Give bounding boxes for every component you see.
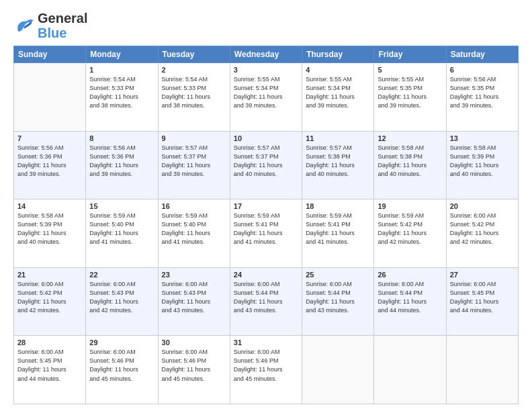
calendar-cell: 17Sunrise: 5:59 AM Sunset: 5:41 PM Dayli… <box>230 199 302 268</box>
day-of-week-wednesday: Wednesday <box>230 46 302 63</box>
day-number: 5 <box>378 66 442 74</box>
day-number: 14 <box>17 202 82 210</box>
day-info: Sunrise: 5:55 AM Sunset: 5:34 PM Dayligh… <box>234 75 298 110</box>
calendar-cell: 10Sunrise: 5:57 AM Sunset: 5:37 PM Dayli… <box>230 131 302 199</box>
day-of-week-saturday: Saturday <box>446 46 518 63</box>
day-number: 19 <box>378 202 442 210</box>
day-number: 10 <box>234 134 298 142</box>
day-info: Sunrise: 6:00 AM Sunset: 5:45 PM Dayligh… <box>17 348 82 383</box>
calendar-table: SundayMondayTuesdayWednesdayThursdayFrid… <box>13 46 519 404</box>
day-number: 24 <box>234 271 298 279</box>
day-info: Sunrise: 6:00 AM Sunset: 5:46 PM Dayligh… <box>89 348 154 383</box>
day-number: 7 <box>17 134 82 142</box>
day-number: 26 <box>378 271 442 279</box>
day-info: Sunrise: 5:56 AM Sunset: 5:36 PM Dayligh… <box>17 144 82 179</box>
day-info: Sunrise: 5:58 AM Sunset: 5:39 PM Dayligh… <box>17 212 82 246</box>
day-number: 9 <box>162 134 226 142</box>
calendar-cell: 25Sunrise: 6:00 AM Sunset: 5:44 PM Dayli… <box>302 267 374 336</box>
calendar-cell: 14Sunrise: 5:58 AM Sunset: 5:39 PM Dayli… <box>14 199 86 268</box>
calendar-cell: 9Sunrise: 5:57 AM Sunset: 5:37 PM Daylig… <box>158 131 230 199</box>
day-of-week-tuesday: Tuesday <box>158 46 230 63</box>
calendar-cell: 8Sunrise: 5:56 AM Sunset: 5:36 PM Daylig… <box>86 131 158 199</box>
page: General Blue SundayMondayTuesdayWednesda… <box>0 0 532 411</box>
day-number: 4 <box>306 66 370 74</box>
day-number: 13 <box>450 134 515 142</box>
day-number: 23 <box>162 271 226 279</box>
calendar-cell <box>446 336 518 404</box>
day-number: 29 <box>89 338 154 347</box>
day-number: 12 <box>378 134 442 142</box>
day-of-week-thursday: Thursday <box>302 46 374 63</box>
day-info: Sunrise: 5:54 AM Sunset: 5:33 PM Dayligh… <box>162 75 226 110</box>
calendar-cell: 28Sunrise: 6:00 AM Sunset: 5:45 PM Dayli… <box>14 336 86 404</box>
calendar-cell: 26Sunrise: 6:00 AM Sunset: 5:44 PM Dayli… <box>374 267 446 336</box>
day-info: Sunrise: 5:59 AM Sunset: 5:41 PM Dayligh… <box>306 212 370 246</box>
calendar-cell <box>14 63 86 132</box>
calendar-week-3: 14Sunrise: 5:58 AM Sunset: 5:39 PM Dayli… <box>14 199 519 268</box>
day-info: Sunrise: 6:00 AM Sunset: 5:46 PM Dayligh… <box>234 348 298 383</box>
day-info: Sunrise: 5:59 AM Sunset: 5:40 PM Dayligh… <box>89 212 154 246</box>
day-info: Sunrise: 5:58 AM Sunset: 5:38 PM Dayligh… <box>378 144 442 179</box>
calendar-week-4: 21Sunrise: 6:00 AM Sunset: 5:42 PM Dayli… <box>14 267 519 336</box>
day-info: Sunrise: 5:59 AM Sunset: 5:40 PM Dayligh… <box>162 212 226 246</box>
day-number: 1 <box>89 66 154 74</box>
header: General Blue <box>13 11 519 40</box>
day-info: Sunrise: 6:00 AM Sunset: 5:43 PM Dayligh… <box>89 280 154 315</box>
day-info: Sunrise: 6:00 AM Sunset: 5:46 PM Dayligh… <box>162 348 226 383</box>
logo-icon <box>13 16 35 35</box>
day-info: Sunrise: 5:59 AM Sunset: 5:41 PM Dayligh… <box>234 212 298 246</box>
day-number: 20 <box>450 202 515 210</box>
calendar-cell: 23Sunrise: 6:00 AM Sunset: 5:43 PM Dayli… <box>158 267 230 336</box>
day-info: Sunrise: 5:57 AM Sunset: 5:38 PM Dayligh… <box>306 144 370 179</box>
day-info: Sunrise: 6:00 AM Sunset: 5:45 PM Dayligh… <box>450 280 515 315</box>
day-info: Sunrise: 6:00 AM Sunset: 5:44 PM Dayligh… <box>306 280 370 315</box>
calendar-cell: 27Sunrise: 6:00 AM Sunset: 5:45 PM Dayli… <box>446 267 518 336</box>
calendar-cell: 2Sunrise: 5:54 AM Sunset: 5:33 PM Daylig… <box>158 63 230 132</box>
calendar-cell: 18Sunrise: 5:59 AM Sunset: 5:41 PM Dayli… <box>302 199 374 268</box>
day-info: Sunrise: 6:00 AM Sunset: 5:42 PM Dayligh… <box>17 280 82 315</box>
calendar-week-1: 1Sunrise: 5:54 AM Sunset: 5:33 PM Daylig… <box>14 63 519 132</box>
day-number: 6 <box>450 66 515 74</box>
day-info: Sunrise: 6:00 AM Sunset: 5:44 PM Dayligh… <box>234 280 298 315</box>
calendar-cell: 13Sunrise: 5:58 AM Sunset: 5:39 PM Dayli… <box>446 131 518 199</box>
calendar-cell: 24Sunrise: 6:00 AM Sunset: 5:44 PM Dayli… <box>230 267 302 336</box>
calendar-cell <box>374 336 446 404</box>
calendar-cell: 12Sunrise: 5:58 AM Sunset: 5:38 PM Dayli… <box>374 131 446 199</box>
calendar-cell: 29Sunrise: 6:00 AM Sunset: 5:46 PM Dayli… <box>86 336 158 404</box>
day-number: 16 <box>162 202 226 210</box>
calendar-cell: 22Sunrise: 6:00 AM Sunset: 5:43 PM Dayli… <box>86 267 158 336</box>
calendar-week-2: 7Sunrise: 5:56 AM Sunset: 5:36 PM Daylig… <box>14 131 519 199</box>
day-number: 27 <box>450 271 515 279</box>
day-info: Sunrise: 5:55 AM Sunset: 5:35 PM Dayligh… <box>378 75 442 110</box>
day-number: 18 <box>306 202 370 210</box>
calendar-header-row: SundayMondayTuesdayWednesdayThursdayFrid… <box>14 46 519 63</box>
calendar-week-5: 28Sunrise: 6:00 AM Sunset: 5:45 PM Dayli… <box>14 336 519 404</box>
day-info: Sunrise: 5:54 AM Sunset: 5:33 PM Dayligh… <box>89 75 154 110</box>
calendar-cell: 20Sunrise: 6:00 AM Sunset: 5:42 PM Dayli… <box>446 199 518 268</box>
day-info: Sunrise: 5:55 AM Sunset: 5:34 PM Dayligh… <box>306 75 370 110</box>
calendar-cell: 21Sunrise: 6:00 AM Sunset: 5:42 PM Dayli… <box>14 267 86 336</box>
calendar-cell: 3Sunrise: 5:55 AM Sunset: 5:34 PM Daylig… <box>230 63 302 132</box>
calendar-cell: 15Sunrise: 5:59 AM Sunset: 5:40 PM Dayli… <box>86 199 158 268</box>
day-number: 21 <box>17 271 82 279</box>
calendar-cell <box>302 336 374 404</box>
calendar-cell: 11Sunrise: 5:57 AM Sunset: 5:38 PM Dayli… <box>302 131 374 199</box>
day-number: 8 <box>89 134 154 142</box>
day-number: 22 <box>89 271 154 279</box>
day-info: Sunrise: 5:56 AM Sunset: 5:35 PM Dayligh… <box>450 75 515 110</box>
calendar-cell: 1Sunrise: 5:54 AM Sunset: 5:33 PM Daylig… <box>86 63 158 132</box>
day-of-week-friday: Friday <box>374 46 446 63</box>
day-info: Sunrise: 5:59 AM Sunset: 5:42 PM Dayligh… <box>378 212 442 246</box>
calendar-cell: 5Sunrise: 5:55 AM Sunset: 5:35 PM Daylig… <box>374 63 446 132</box>
day-info: Sunrise: 6:00 AM Sunset: 5:44 PM Dayligh… <box>378 280 442 315</box>
day-info: Sunrise: 5:57 AM Sunset: 5:37 PM Dayligh… <box>234 144 298 179</box>
day-info: Sunrise: 5:56 AM Sunset: 5:36 PM Dayligh… <box>89 144 154 179</box>
day-number: 30 <box>162 338 226 347</box>
calendar-cell: 31Sunrise: 6:00 AM Sunset: 5:46 PM Dayli… <box>230 336 302 404</box>
day-info: Sunrise: 6:00 AM Sunset: 5:43 PM Dayligh… <box>162 280 226 315</box>
day-number: 11 <box>306 134 370 142</box>
day-of-week-monday: Monday <box>86 46 158 63</box>
day-number: 17 <box>234 202 298 210</box>
calendar-cell: 4Sunrise: 5:55 AM Sunset: 5:34 PM Daylig… <box>302 63 374 132</box>
day-info: Sunrise: 5:57 AM Sunset: 5:37 PM Dayligh… <box>162 144 226 179</box>
